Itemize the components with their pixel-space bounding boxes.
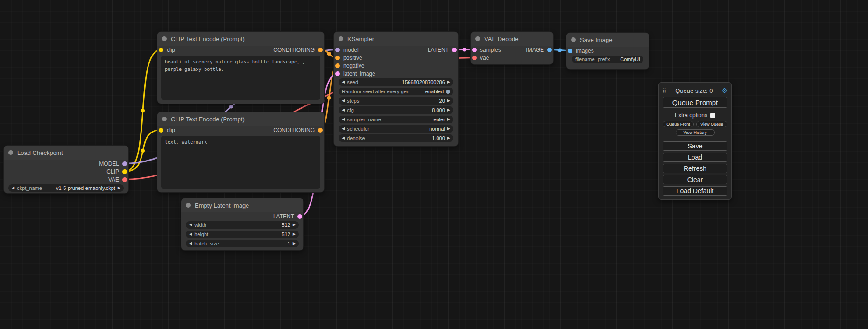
- input-label-latent-image: latent_image: [343, 70, 375, 77]
- node-load-checkpoint[interactable]: Load Checkpoint MODEL CLIP VAE ◀ ckpt_na…: [4, 146, 128, 193]
- node-clip-text-encode-positive[interactable]: CLIP Text Encode (Prompt) clip CONDITION…: [157, 32, 324, 104]
- output-slot-clip[interactable]: [122, 169, 127, 174]
- collapse-dot-icon[interactable]: [186, 203, 191, 208]
- output-slot-conditioning[interactable]: [318, 48, 323, 52]
- node-title-bar[interactable]: VAE Decode: [471, 32, 553, 46]
- node-graph-canvas[interactable]: { "colors": { "model": "#B39DDB", "clip"…: [0, 0, 868, 329]
- prompt-textarea[interactable]: text, watermark: [161, 136, 320, 189]
- extra-options-label: Extra options: [675, 112, 707, 119]
- input-slot-group: clip: [159, 47, 175, 53]
- widget-width[interactable]: ◀ width 512 ▶: [186, 221, 299, 229]
- increment-arrow-icon[interactable]: ▶: [447, 127, 450, 131]
- input-label-samples: samples: [480, 47, 501, 53]
- widget-random-seed-toggle[interactable]: Random seed after every gen enabled: [339, 88, 453, 95]
- increment-arrow-icon[interactable]: ▶: [293, 223, 296, 227]
- load-default-button[interactable]: Load Default: [663, 186, 727, 196]
- input-slot-latent-image[interactable]: [335, 71, 340, 76]
- increment-arrow-icon[interactable]: ▶: [447, 136, 450, 140]
- node-title-bar[interactable]: KSampler: [334, 32, 458, 46]
- increment-arrow-icon[interactable]: ▶: [447, 118, 450, 121]
- collapse-dot-icon[interactable]: [475, 36, 480, 41]
- collapse-dot-icon[interactable]: [8, 150, 13, 155]
- decrement-arrow-icon[interactable]: ◀: [12, 186, 14, 190]
- increment-arrow-icon[interactable]: ▶: [293, 232, 296, 236]
- widget-steps[interactable]: ◀ steps 20 ▶: [339, 97, 453, 105]
- drag-handle-icon[interactable]: ⣿: [663, 88, 666, 94]
- node-title-bar[interactable]: CLIP Text Encode (Prompt): [157, 32, 324, 46]
- node-title-bar[interactable]: Empty Latent Image: [181, 198, 303, 212]
- widget-seed[interactable]: ◀ seed 156680208700286 ▶: [339, 78, 453, 86]
- decrement-arrow-icon[interactable]: ◀: [189, 242, 192, 245]
- load-button[interactable]: Load: [663, 153, 727, 162]
- output-slot-image[interactable]: [547, 48, 552, 52]
- widget-cfg[interactable]: ◀ cfg 8.000 ▶: [339, 106, 453, 114]
- decrement-arrow-icon[interactable]: ◀: [342, 136, 345, 140]
- increment-arrow-icon[interactable]: ▶: [447, 99, 450, 103]
- node-title-bar[interactable]: Save Image: [566, 33, 649, 47]
- widget-filename-prefix[interactable]: filename_prefix ComfyUI: [572, 56, 643, 63]
- input-slot-vae[interactable]: [472, 56, 477, 60]
- decrement-arrow-icon[interactable]: ◀: [342, 80, 345, 84]
- decrement-arrow-icon[interactable]: ◀: [342, 99, 345, 103]
- node-title: VAE Decode: [484, 35, 518, 42]
- widget-ckpt-name[interactable]: ◀ ckpt_name v1-5-pruned-emaonly.ckpt ▶: [8, 184, 124, 192]
- collapse-dot-icon[interactable]: [571, 37, 576, 42]
- save-button[interactable]: Save: [663, 141, 727, 151]
- output-slot-model[interactable]: [122, 161, 127, 166]
- node-vae-decode[interactable]: VAE Decode samples vae IMAGE: [471, 32, 553, 64]
- widget-height[interactable]: ◀ height 512 ▶: [186, 231, 299, 238]
- clear-button[interactable]: Clear: [663, 175, 727, 184]
- node-empty-latent-image[interactable]: Empty Latent Image LATENT ◀ width 512 ▶ …: [181, 198, 303, 250]
- node-save-image[interactable]: Save Image images filename_prefix ComfyU…: [566, 33, 649, 69]
- widget-value: 20: [439, 98, 445, 104]
- input-label-vae: vae: [480, 55, 489, 61]
- queue-front-button[interactable]: Queue Front: [663, 121, 694, 127]
- output-slot-latent[interactable]: [452, 48, 457, 52]
- output-slot-vae[interactable]: [122, 177, 127, 182]
- widget-scheduler[interactable]: ◀ scheduler normal ▶: [339, 125, 453, 133]
- refresh-button[interactable]: Refresh: [663, 164, 727, 173]
- output-label-vae: VAE: [108, 176, 119, 183]
- node-title: CLIP Text Encode (Prompt): [171, 116, 245, 123]
- collapse-dot-icon[interactable]: [162, 117, 167, 121]
- collapse-dot-icon[interactable]: [162, 36, 167, 41]
- widget-batch-size[interactable]: ◀ batch_size 1 ▶: [186, 240, 299, 247]
- toggle-knob-icon[interactable]: [446, 90, 450, 94]
- node-ksampler[interactable]: KSampler model positive negative latent_…: [334, 32, 458, 146]
- node-title-bar[interactable]: CLIP Text Encode (Prompt): [157, 112, 324, 126]
- input-slot-images[interactable]: [568, 49, 572, 53]
- decrement-arrow-icon[interactable]: ◀: [342, 127, 345, 131]
- input-slot-positive[interactable]: [335, 56, 340, 60]
- input-label-clip: clip: [167, 47, 175, 53]
- gear-icon[interactable]: ⚙: [721, 87, 727, 94]
- view-queue-button[interactable]: View Queue: [696, 121, 727, 127]
- widget-sampler-name[interactable]: ◀ sampler_name euler ▶: [339, 116, 453, 123]
- input-slot-samples[interactable]: [472, 48, 477, 52]
- decrement-arrow-icon[interactable]: ◀: [342, 108, 345, 112]
- widget-denoise[interactable]: ◀ denoise 1.000 ▶: [339, 134, 453, 142]
- input-slot-clip[interactable]: [159, 128, 163, 133]
- widget-label: seed: [347, 79, 358, 85]
- prompt-textarea[interactable]: beautiful scenery nature glass bottle la…: [161, 56, 320, 100]
- wire-midpoint-dot: [141, 149, 145, 153]
- decrement-arrow-icon[interactable]: ◀: [189, 232, 192, 236]
- input-slot-clip[interactable]: [159, 48, 163, 52]
- extra-options-checkbox[interactable]: [710, 113, 715, 118]
- widget-label: Random seed after every gen: [342, 89, 409, 94]
- output-slot-latent[interactable]: [297, 214, 302, 219]
- node-title-bar[interactable]: Load Checkpoint: [4, 146, 128, 160]
- decrement-arrow-icon[interactable]: ◀: [189, 223, 192, 227]
- view-history-button[interactable]: View History: [676, 129, 715, 136]
- increment-arrow-icon[interactable]: ▶: [293, 242, 296, 245]
- output-slot-conditioning[interactable]: [318, 128, 323, 133]
- node-clip-text-encode-negative[interactable]: CLIP Text Encode (Prompt) clip CONDITION…: [157, 112, 324, 192]
- input-slot-model[interactable]: [335, 48, 340, 52]
- queue-prompt-button[interactable]: Queue Prompt: [663, 97, 727, 108]
- increment-arrow-icon[interactable]: ▶: [447, 80, 450, 84]
- increment-arrow-icon[interactable]: ▶: [447, 108, 450, 112]
- input-slot-negative[interactable]: [335, 63, 340, 68]
- increment-arrow-icon[interactable]: ▶: [118, 186, 120, 190]
- collapse-dot-icon[interactable]: [339, 36, 343, 41]
- widget-value: 512: [282, 231, 290, 237]
- decrement-arrow-icon[interactable]: ◀: [342, 118, 345, 121]
